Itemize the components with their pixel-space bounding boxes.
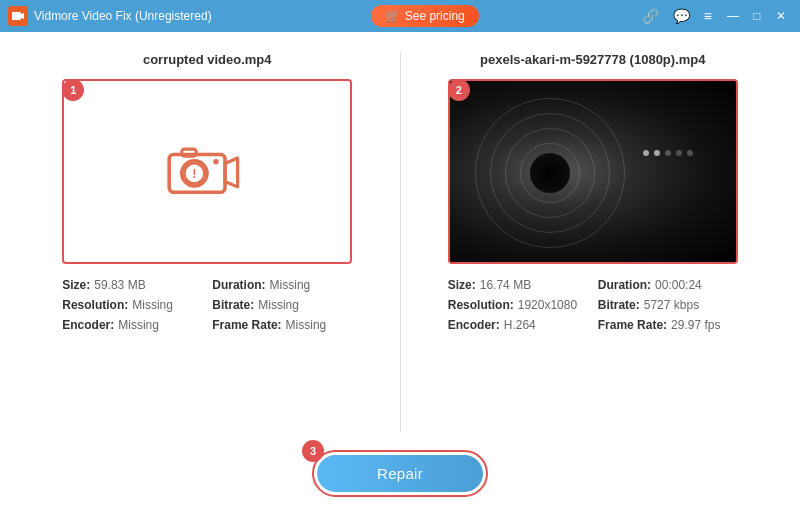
left-badge: 1	[62, 79, 84, 101]
left-resolution-value: Missing	[132, 298, 173, 312]
minimize-button[interactable]: —	[722, 5, 744, 27]
right-framerate-row: Frame Rate: 29.97 fps	[598, 318, 738, 332]
comment-icon[interactable]: 💬	[669, 7, 694, 25]
right-resolution-label: Resolution:	[448, 298, 514, 312]
right-encoder-value: H.264	[504, 318, 536, 332]
right-size-row: Size: 16.74 MB	[448, 278, 588, 292]
right-duration-row: Duration: 00:00:24	[598, 278, 738, 292]
svg-text:!: !	[193, 166, 197, 180]
title-bar-center: 🛒 See pricing	[371, 5, 479, 27]
right-encoder-row: Encoder: H.264	[448, 318, 588, 332]
repair-badge: 3	[302, 440, 324, 462]
panels: corrupted video.mp4 1 !	[30, 52, 770, 432]
menu-icon[interactable]: ≡	[700, 7, 716, 25]
left-size-value: 59.83 MB	[94, 278, 145, 292]
right-size-value: 16.74 MB	[480, 278, 531, 292]
right-bitrate-value: 5727 kbps	[644, 298, 699, 312]
left-bitrate-value: Missing	[258, 298, 299, 312]
right-framerate-value: 29.97 fps	[671, 318, 720, 332]
cart-icon: 🛒	[385, 9, 400, 23]
lens-dots	[643, 150, 693, 156]
svg-marker-8	[225, 158, 238, 187]
right-badge: 2	[448, 79, 470, 101]
left-duration-row: Duration: Missing	[212, 278, 352, 292]
see-pricing-button[interactable]: 🛒 See pricing	[371, 5, 479, 27]
left-resolution-row: Resolution: Missing	[62, 298, 202, 312]
close-button[interactable]: ✕	[770, 5, 792, 27]
right-bitrate-label: Bitrate:	[598, 298, 640, 312]
title-bar: Vidmore Video Fix (Unregistered) 🛒 See p…	[0, 0, 800, 32]
title-bar-left: Vidmore Video Fix (Unregistered)	[8, 6, 212, 26]
left-framerate-value: Missing	[286, 318, 327, 332]
left-resolution-label: Resolution:	[62, 298, 128, 312]
app-logo	[8, 6, 28, 26]
main-content: corrupted video.mp4 1 !	[0, 32, 800, 517]
camera-svg: !	[162, 137, 252, 207]
repair-outer-border: Repair	[312, 450, 488, 497]
right-duration-value: 00:00:24	[655, 278, 702, 292]
lens-center	[530, 153, 570, 193]
lens-dot-1	[643, 150, 649, 156]
see-pricing-label: See pricing	[405, 9, 465, 23]
app-title: Vidmore Video Fix (Unregistered)	[34, 9, 212, 23]
left-encoder-label: Encoder:	[62, 318, 114, 332]
lens-visual	[450, 81, 736, 262]
left-info-grid: Size: 59.83 MB Duration: Missing Resolut…	[62, 278, 352, 332]
left-bitrate-row: Bitrate: Missing	[212, 298, 352, 312]
lens-dot-2	[654, 150, 660, 156]
window-controls: — □ ✕	[722, 5, 792, 27]
panel-divider	[400, 52, 401, 432]
repair-button[interactable]: Repair	[317, 455, 483, 492]
right-encoder-label: Encoder:	[448, 318, 500, 332]
left-panel: corrupted video.mp4 1 !	[30, 52, 385, 432]
lens-dot-4	[676, 150, 682, 156]
right-resolution-value: 1920x1080	[518, 298, 577, 312]
right-size-label: Size:	[448, 278, 476, 292]
right-bitrate-row: Bitrate: 5727 kbps	[598, 298, 738, 312]
right-resolution-row: Resolution: 1920x1080	[448, 298, 588, 312]
sample-video-thumbnail: 2	[448, 79, 738, 264]
right-duration-label: Duration:	[598, 278, 651, 292]
right-framerate-label: Frame Rate:	[598, 318, 667, 332]
link-icon[interactable]: 🔗	[638, 7, 663, 25]
left-duration-label: Duration:	[212, 278, 265, 292]
left-panel-title: corrupted video.mp4	[143, 52, 272, 67]
left-encoder-value: Missing	[118, 318, 159, 332]
title-bar-right: 🔗 💬 ≡ — □ ✕	[638, 5, 792, 27]
svg-marker-1	[21, 13, 24, 19]
right-panel: pexels-akari-m-5927778 (1080p).mp4 2	[416, 52, 771, 432]
repair-section: 3 Repair	[30, 432, 770, 502]
corrupt-video-icon: !	[162, 137, 252, 207]
right-panel-title: pexels-akari-m-5927778 (1080p).mp4	[480, 52, 705, 67]
svg-rect-0	[12, 12, 21, 20]
left-size-row: Size: 59.83 MB	[62, 278, 202, 292]
left-framerate-row: Frame Rate: Missing	[212, 318, 352, 332]
svg-rect-6	[182, 149, 196, 156]
svg-point-7	[214, 158, 219, 163]
repair-button-wrapper: 3 Repair	[312, 450, 488, 497]
app-logo-icon	[11, 9, 25, 23]
left-encoder-row: Encoder: Missing	[62, 318, 202, 332]
right-info-grid: Size: 16.74 MB Duration: 00:00:24 Resolu…	[448, 278, 738, 332]
left-duration-value: Missing	[270, 278, 311, 292]
left-size-label: Size:	[62, 278, 90, 292]
lens-dot-5	[687, 150, 693, 156]
left-framerate-label: Frame Rate:	[212, 318, 281, 332]
left-bitrate-label: Bitrate:	[212, 298, 254, 312]
lens-dot-3	[665, 150, 671, 156]
maximize-button[interactable]: □	[746, 5, 768, 27]
corrupted-video-thumbnail: 1 !	[62, 79, 352, 264]
